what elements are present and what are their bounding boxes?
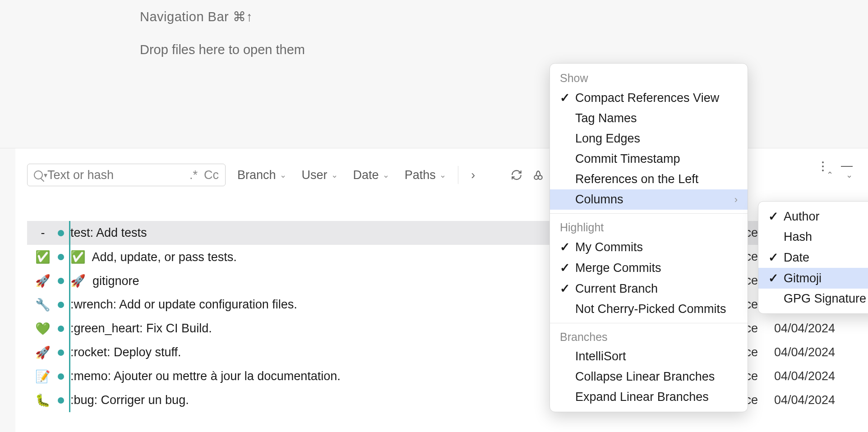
gitmoji-column: 🚀 bbox=[32, 345, 54, 360]
menu-item[interactable]: Collapse Linear Branches bbox=[550, 367, 748, 387]
menu-item[interactable]: ✓ Compact References View bbox=[550, 87, 748, 108]
graph-node bbox=[54, 349, 68, 356]
menu-item[interactable]: ✓ My Commits bbox=[550, 237, 748, 257]
gitmoji-column: - bbox=[32, 226, 54, 240]
minimize-icon[interactable] bbox=[841, 166, 853, 167]
chevron-right-icon: › bbox=[728, 194, 738, 206]
graph-node bbox=[54, 230, 68, 236]
menu-item[interactable]: ✓ Merge Commits bbox=[550, 257, 748, 278]
menu-item[interactable]: IntelliSort bbox=[550, 346, 748, 367]
checkmark-icon: ✓ bbox=[768, 209, 784, 224]
gitmoji-column: 📝 bbox=[32, 369, 54, 384]
graph-line bbox=[69, 221, 70, 412]
chevron-right-icon[interactable]: › bbox=[466, 168, 480, 182]
gitmoji-column: 💚 bbox=[32, 322, 54, 336]
commit-date: 04/04/2024 bbox=[774, 345, 868, 359]
match-case-toggle[interactable]: Cc bbox=[204, 168, 219, 182]
separator bbox=[458, 166, 458, 184]
svg-point-0 bbox=[534, 175, 538, 179]
navigation-bar-hint: Navigation Bar ⌘↑ bbox=[140, 9, 868, 24]
menu-item-label: Tag Names bbox=[575, 111, 637, 125]
menu-item-label: Hash bbox=[784, 230, 812, 244]
menu-item-label: Commit Timestamp bbox=[575, 152, 680, 166]
gitmoji-column: 🔧 bbox=[32, 298, 54, 312]
search-icon bbox=[34, 170, 43, 179]
menu-item[interactable]: ✓ Date bbox=[758, 247, 868, 268]
commit-date: 04/04/2024 bbox=[774, 369, 868, 383]
svg-point-1 bbox=[538, 175, 542, 179]
menu-item-label: References on the Left bbox=[575, 172, 698, 186]
graph-node bbox=[54, 302, 68, 308]
graph-node bbox=[54, 254, 68, 260]
menu-item[interactable]: GPG Signature bbox=[758, 289, 868, 309]
menu-item-label: GPG Signature bbox=[784, 292, 866, 306]
menu-item-label: Gitmoji bbox=[784, 271, 822, 285]
menu-item-label: Expand Linear Branches bbox=[575, 390, 709, 404]
menu-item[interactable]: Commit Timestamp bbox=[550, 149, 748, 169]
search-input[interactable] bbox=[47, 168, 147, 182]
paths-filter[interactable]: Paths⌄ bbox=[401, 165, 450, 185]
menu-item[interactable]: Columns › bbox=[550, 189, 748, 210]
checkmark-icon: ✓ bbox=[768, 271, 784, 285]
menu-item-label: Compact References View bbox=[575, 91, 719, 105]
user-filter[interactable]: User⌄ bbox=[298, 165, 342, 185]
menu-item-label: Not Cherry-Picked Commits bbox=[575, 302, 726, 316]
menu-item[interactable]: Tag Names bbox=[550, 108, 748, 129]
refresh-icon[interactable] bbox=[510, 168, 523, 182]
menu-item-label: Current Branch bbox=[575, 282, 658, 296]
gitmoji-column: ✅ bbox=[32, 250, 54, 264]
checkmark-icon: ✓ bbox=[768, 250, 784, 265]
menu-item-label: My Commits bbox=[575, 240, 643, 254]
branch-filter[interactable]: Branch⌄ bbox=[234, 165, 290, 185]
drop-files-hint: Drop files here to open them bbox=[140, 42, 868, 57]
checkmark-icon: ✓ bbox=[560, 281, 575, 296]
menu-item[interactable]: References on the Left bbox=[550, 169, 748, 189]
more-options-icon[interactable] bbox=[822, 161, 824, 171]
menu-item-label: IntelliSort bbox=[575, 349, 626, 363]
checkmark-icon: ✓ bbox=[560, 91, 575, 105]
date-filter[interactable]: Date⌄ bbox=[350, 165, 393, 185]
chevron-down-icon: ⌄ bbox=[383, 170, 389, 180]
graph-node bbox=[54, 278, 68, 284]
cherry-pick-icon[interactable] bbox=[531, 168, 545, 182]
menu-item[interactable]: Long Edges bbox=[550, 129, 748, 149]
menu-item[interactable]: Hash bbox=[758, 227, 868, 247]
menu-item-label: Author bbox=[784, 210, 820, 224]
menu-item-label: Date bbox=[784, 251, 809, 265]
gitmoji-column: 🚀 bbox=[32, 274, 54, 288]
graph-node bbox=[54, 326, 68, 332]
menu-item[interactable]: ✓ Gitmoji bbox=[758, 268, 868, 289]
chevron-down-icon: ⌄ bbox=[331, 170, 338, 180]
chevron-up-icon[interactable]: ⌃ bbox=[826, 170, 833, 180]
commit-date: 04/04/2024 bbox=[774, 393, 868, 407]
menu-item[interactable]: ✓ Current Branch bbox=[550, 278, 748, 299]
menu-item-label: Collapse Linear Branches bbox=[575, 370, 715, 384]
graph-node bbox=[54, 373, 68, 380]
menu-item-label: Columns bbox=[575, 193, 623, 207]
checkmark-icon: ✓ bbox=[560, 240, 575, 254]
graph-node bbox=[54, 397, 68, 404]
menu-section-branches: Branches bbox=[550, 327, 748, 346]
panel-expand-collapse[interactable]: ⌃ ⌄ bbox=[826, 170, 853, 180]
menu-item[interactable]: ✓ Author bbox=[758, 206, 868, 227]
commit-date: 04/04/2024 bbox=[774, 322, 868, 335]
chevron-down-icon: ⌄ bbox=[439, 170, 446, 180]
chevron-down-icon: ⌄ bbox=[280, 170, 286, 180]
menu-item[interactable]: Not Cherry-Picked Commits bbox=[550, 299, 748, 319]
menu-item-label: Merge Commits bbox=[575, 261, 661, 275]
menu-section-show: Show bbox=[550, 68, 748, 87]
regex-toggle[interactable]: .* bbox=[189, 168, 198, 182]
view-options-menu: Show ✓ Compact References View Tag Names… bbox=[549, 63, 748, 412]
menu-section-highlight: Highlight bbox=[550, 217, 748, 237]
checkmark-icon: ✓ bbox=[560, 261, 575, 275]
gitmoji-column: 🐛 bbox=[32, 393, 54, 408]
chevron-down-icon[interactable]: ▾ bbox=[44, 171, 47, 179]
columns-submenu: ✓ Author Hash ✓ Date ✓ Gitmoji GPG Signa… bbox=[758, 201, 868, 314]
search-input-container[interactable]: ▾ .* Cc bbox=[27, 164, 226, 186]
menu-item[interactable]: Expand Linear Branches bbox=[550, 387, 748, 407]
menu-item-label: Long Edges bbox=[575, 132, 640, 146]
chevron-down-icon[interactable]: ⌄ bbox=[846, 170, 853, 180]
